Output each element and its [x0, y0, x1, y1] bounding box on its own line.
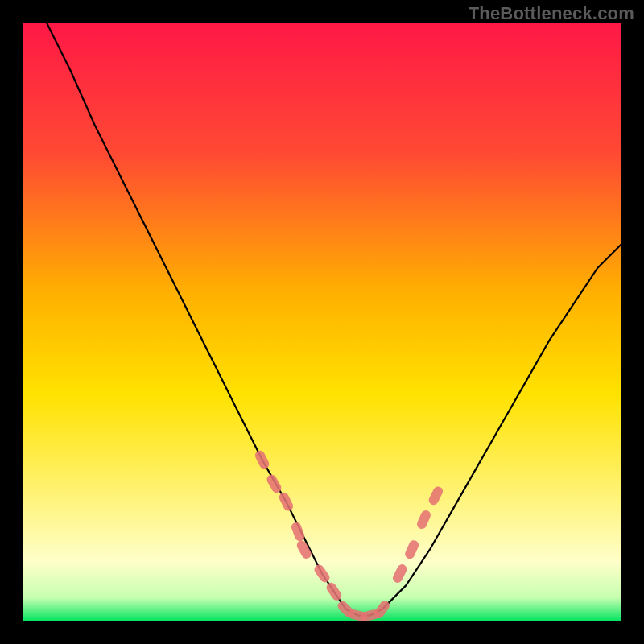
gradient-background: [23, 23, 621, 621]
bottleneck-chart-svg: [23, 23, 621, 621]
chart-frame: TheBottleneck.com: [0, 0, 644, 644]
watermark-text: TheBottleneck.com: [469, 3, 634, 24]
plot-area: [23, 23, 621, 621]
